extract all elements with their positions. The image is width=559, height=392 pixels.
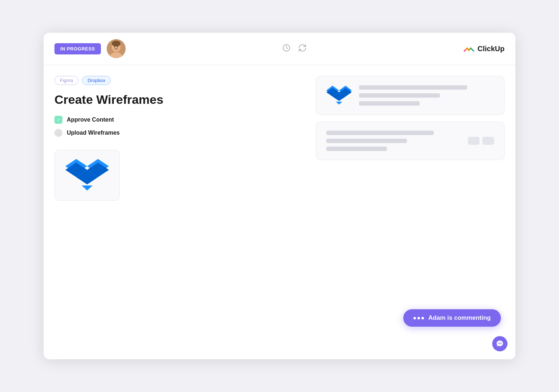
header-right: ClickUp [463,43,505,54]
clickup-logo: ClickUp [463,43,505,54]
card-1[interactable] [316,76,505,115]
dot-2 [417,317,420,319]
avatar-image [107,39,126,58]
svg-point-23 [501,343,501,344]
task-item-1: ✓ Approve Content [54,116,305,124]
card-action-btn-1[interactable] [468,137,480,145]
skeleton-line [326,131,434,135]
header: IN PROGRESS [44,33,515,65]
clickup-icon [463,43,475,54]
chat-icon-button[interactable] [492,336,507,351]
main-window: IN PROGRESS [44,33,515,359]
comment-dots [413,317,424,319]
avatar [107,39,126,58]
svg-point-4 [114,46,115,48]
svg-point-5 [117,46,118,48]
card-1-content [359,85,494,106]
svg-point-2 [112,41,121,46]
card-2-content [326,131,461,151]
history-icon[interactable] [282,44,291,54]
dropbox-logo-small [326,85,352,106]
right-panel [316,76,505,348]
page-title: Create Wireframes [54,92,305,107]
tags-row: Figma Dropbox [54,76,305,85]
skeleton-line [359,101,420,106]
dot-1 [413,317,416,319]
refresh-icon[interactable] [298,44,307,54]
skeleton-line [326,147,387,151]
tag-figma[interactable]: Figma [54,76,78,85]
task-checkbox-done[interactable]: ✓ [54,116,62,124]
card-actions [468,137,494,145]
dot-3 [421,317,424,319]
task-list: ✓ Approve Content Upload Wireframes [54,116,305,137]
left-panel: Figma Dropbox Create Wireframes ✓ Approv… [54,76,305,348]
task-label-2: Upload Wireframes [67,130,120,136]
svg-point-21 [498,343,499,344]
task-checkbox-pending[interactable] [54,129,62,137]
header-center [126,44,463,54]
card-action-btn-2[interactable] [482,137,494,145]
task-label-1: Approve Content [67,117,114,123]
task-item-2: Upload Wireframes [54,129,305,137]
brand-name: ClickUp [478,45,505,53]
tag-dropbox[interactable]: Dropbox [82,76,111,85]
dropbox-card-large[interactable] [54,150,120,201]
status-badge[interactable]: IN PROGRESS [54,43,101,54]
svg-point-22 [499,343,500,344]
svg-marker-20 [336,102,342,105]
skeleton-line [359,85,467,90]
comment-text: Adam is commenting [428,314,491,322]
skeleton-line [359,93,440,98]
skeleton-line [326,139,407,143]
card-2[interactable] [316,122,505,160]
dropbox-logo-large [65,157,109,193]
comment-bubble[interactable]: Adam is commenting [403,309,501,327]
svg-marker-13 [82,185,93,191]
